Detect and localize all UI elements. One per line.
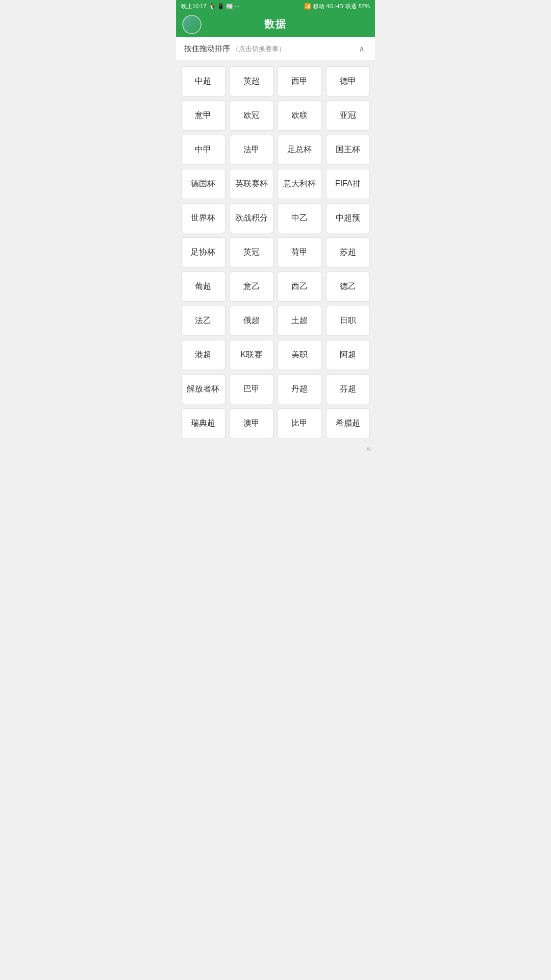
league-item[interactable]: 日职: [326, 306, 370, 336]
league-item[interactable]: 俄超: [230, 306, 274, 336]
league-item[interactable]: 德甲: [326, 66, 370, 96]
league-item[interactable]: 欧冠: [230, 101, 274, 131]
league-item[interactable]: 西乙: [278, 272, 322, 302]
league-item[interactable]: 法甲: [230, 135, 274, 165]
avatar-image: [182, 15, 202, 34]
league-item[interactable]: K联赛: [230, 340, 274, 370]
league-item[interactable]: 巴甲: [230, 374, 274, 404]
league-item[interactable]: 港超: [181, 340, 226, 370]
league-item[interactable]: 国王杯: [326, 135, 370, 165]
league-item[interactable]: 芬超: [326, 374, 370, 404]
league-item[interactable]: 土超: [278, 306, 322, 336]
league-item[interactable]: 澳甲: [230, 408, 274, 438]
league-item[interactable]: 希腊超: [326, 408, 370, 438]
signal-icon: 📶: [304, 3, 311, 10]
league-item[interactable]: 葡超: [181, 272, 226, 302]
league-item[interactable]: 英冠: [230, 237, 274, 267]
league-item[interactable]: 中超: [181, 66, 226, 96]
league-item[interactable]: 中乙: [278, 203, 322, 233]
league-item[interactable]: 足总杯: [278, 135, 322, 165]
league-item[interactable]: 瑞典超: [181, 408, 226, 438]
league-item[interactable]: 德乙: [326, 272, 370, 302]
sort-bar[interactable]: 按住拖动排序 （点击切换赛事） ∧: [176, 37, 375, 60]
carrier2-label: 联通: [345, 3, 357, 10]
status-right: 📶 移动 4G HD 联通 57%: [304, 3, 370, 10]
carrier-label: 移动 4G HD: [313, 3, 343, 10]
league-item[interactable]: 欧战积分: [230, 203, 274, 233]
league-item[interactable]: 中超预: [326, 203, 370, 233]
status-bar: 晚上10:17 🐧 📱 📰 ··· 📶 移动 4G HD 联通 57%: [176, 0, 375, 12]
league-item[interactable]: 解放者杯: [181, 374, 226, 404]
status-icons: 🐧 📱 📰 ···: [209, 3, 239, 10]
sort-main-text: 按住拖动排序: [184, 44, 230, 53]
league-item[interactable]: 西甲: [278, 66, 322, 96]
battery-label: 57%: [359, 3, 370, 9]
league-item[interactable]: 美职: [278, 340, 322, 370]
league-item[interactable]: 苏超: [326, 237, 370, 267]
avatar[interactable]: [182, 15, 202, 34]
league-item[interactable]: 足协杯: [181, 237, 226, 267]
league-item[interactable]: 中甲: [181, 135, 226, 165]
sort-bar-label: 按住拖动排序 （点击切换赛事）: [184, 44, 285, 54]
league-item[interactable]: FIFA排: [326, 169, 370, 199]
league-item[interactable]: 英超: [230, 66, 274, 96]
page-title: 数据: [264, 17, 287, 31]
league-item[interactable]: 意甲: [181, 101, 226, 131]
league-item[interactable]: 欧联: [278, 101, 322, 131]
league-item[interactable]: 荷甲: [278, 237, 322, 267]
watermark: Ai: [176, 445, 375, 454]
league-item[interactable]: 意乙: [230, 272, 274, 302]
league-item[interactable]: 亚冠: [326, 101, 370, 131]
league-item[interactable]: 法乙: [181, 306, 226, 336]
collapse-button[interactable]: ∧: [357, 43, 367, 54]
league-item[interactable]: 比甲: [278, 408, 322, 438]
league-item[interactable]: 意大利杯: [278, 169, 322, 199]
app-header: 数据: [176, 12, 375, 37]
status-left: 晚上10:17 🐧 📱 📰 ···: [181, 3, 239, 10]
league-item[interactable]: 阿超: [326, 340, 370, 370]
league-item[interactable]: 德国杯: [181, 169, 226, 199]
league-grid: 中超英超西甲德甲意甲欧冠欧联亚冠中甲法甲足总杯国王杯德国杯英联赛杯意大利杯FIF…: [176, 60, 375, 445]
league-item[interactable]: 世界杯: [181, 203, 226, 233]
league-item[interactable]: 丹超: [278, 374, 322, 404]
sort-sub-text: （点击切换赛事）: [232, 44, 285, 53]
status-time: 晚上10:17: [181, 3, 207, 10]
league-item[interactable]: 英联赛杯: [230, 169, 274, 199]
